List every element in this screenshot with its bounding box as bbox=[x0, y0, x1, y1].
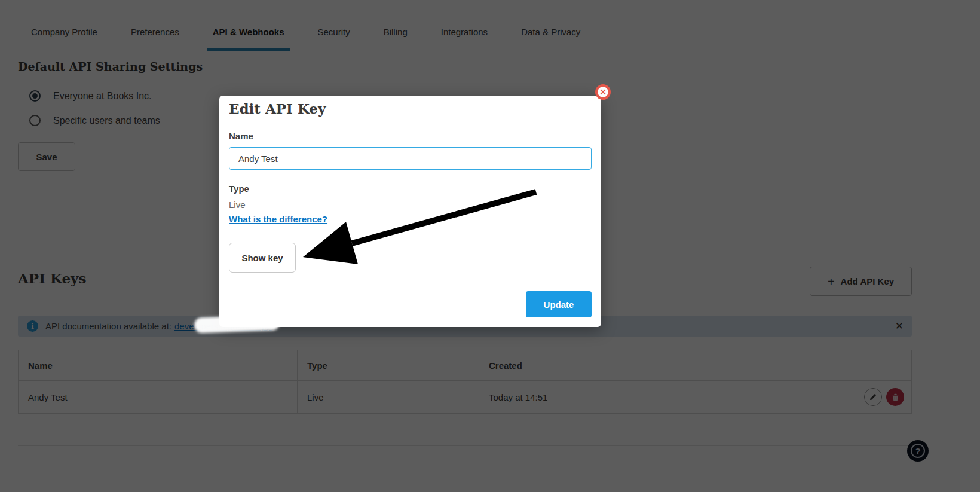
edit-api-key-modal: ✕ Edit API Key Name Type Live What is th… bbox=[219, 96, 601, 327]
modal-divider bbox=[219, 127, 601, 127]
modal-close-icon[interactable]: ✕ bbox=[595, 84, 611, 100]
name-input[interactable] bbox=[229, 147, 592, 170]
type-value: Live bbox=[229, 200, 246, 210]
difference-link[interactable]: What is the difference? bbox=[229, 214, 327, 224]
type-label: Type bbox=[229, 184, 249, 194]
settings-page: Company Profile Preferences API & Webhoo… bbox=[0, 0, 980, 492]
modal-title: Edit API Key bbox=[229, 100, 326, 117]
update-button[interactable]: Update bbox=[526, 291, 592, 317]
show-key-button[interactable]: Show key bbox=[229, 243, 296, 273]
name-label: Name bbox=[229, 131, 253, 141]
redaction-smudge bbox=[194, 315, 280, 334]
